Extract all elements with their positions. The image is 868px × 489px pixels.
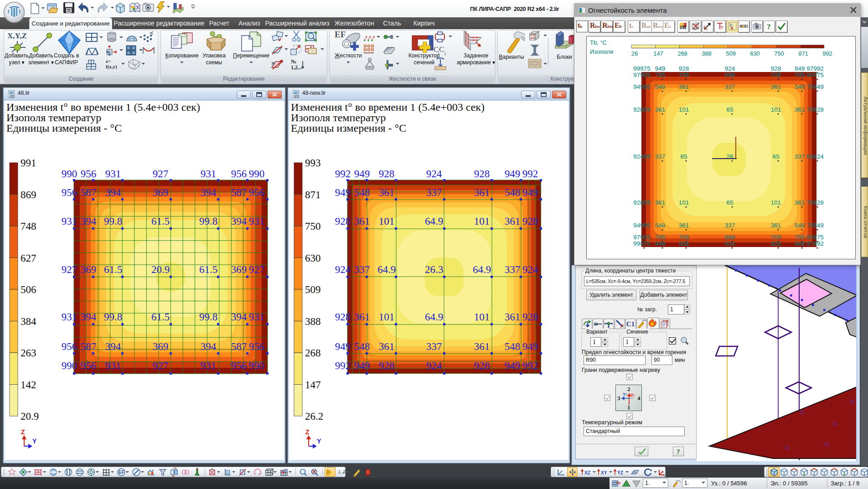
svg-text:361: 361 xyxy=(505,311,521,323)
svg-text:C1: C1 xyxy=(626,320,635,328)
svg-text:949: 949 xyxy=(655,65,666,72)
svg-text:XY: XY xyxy=(601,470,607,475)
svg-text:361: 361 xyxy=(474,187,490,198)
svg-text:394: 394 xyxy=(231,311,247,323)
svg-text:65: 65 xyxy=(726,106,733,113)
svg-text:924: 924 xyxy=(522,264,538,275)
svg-text:99.8: 99.8 xyxy=(199,311,217,323)
svg-text:928: 928 xyxy=(474,360,490,371)
svg-text:361: 361 xyxy=(795,199,805,206)
svg-text:928: 928 xyxy=(522,216,538,227)
svg-text:924: 924 xyxy=(725,240,735,247)
svg-text:949: 949 xyxy=(655,240,666,247)
svg-text:990: 990 xyxy=(62,168,78,180)
svg-text:394: 394 xyxy=(81,311,97,323)
svg-text:548: 548 xyxy=(354,341,370,352)
svg-text:369: 369 xyxy=(81,264,97,275)
svg-text:991: 991 xyxy=(21,157,36,169)
svg-text:1,2...: 1,2... xyxy=(291,64,302,71)
svg-text:394: 394 xyxy=(105,187,121,198)
svg-text:928: 928 xyxy=(771,65,781,72)
svg-text:931: 931 xyxy=(105,360,121,371)
svg-text:337: 337 xyxy=(505,264,521,275)
svg-text:361: 361 xyxy=(795,106,805,113)
svg-text:61.5: 61.5 xyxy=(199,264,217,275)
svg-text:506: 506 xyxy=(21,284,36,295)
svg-text:101: 101 xyxy=(771,199,781,206)
svg-text:949: 949 xyxy=(335,341,351,352)
svg-text:928: 928 xyxy=(771,240,781,247)
svg-text:92498: 92498 xyxy=(633,153,651,160)
svg-text:101: 101 xyxy=(771,106,781,113)
svg-text:263: 263 xyxy=(21,347,36,359)
svg-text:587: 587 xyxy=(231,187,247,198)
svg-text:931: 931 xyxy=(62,216,78,227)
svg-text:394: 394 xyxy=(201,187,217,198)
svg-text:927: 927 xyxy=(153,168,169,180)
svg-text:931: 931 xyxy=(249,216,265,227)
svg-text:361: 361 xyxy=(379,187,395,198)
svg-text:361: 361 xyxy=(655,106,666,113)
svg-text:548: 548 xyxy=(505,187,521,198)
svg-text:924: 924 xyxy=(725,65,735,72)
svg-text:64.9: 64.9 xyxy=(425,311,443,323)
svg-text:6: 6 xyxy=(731,26,733,31)
svg-text:337: 337 xyxy=(725,222,735,229)
svg-text:337: 337 xyxy=(795,153,805,160)
svg-text:361: 361 xyxy=(771,83,781,90)
svg-text:1: 1 xyxy=(627,404,630,411)
svg-text:99975: 99975 xyxy=(633,65,651,72)
svg-text:Z: Z xyxy=(305,428,310,436)
svg-text:361: 361 xyxy=(354,216,370,227)
svg-text:928: 928 xyxy=(379,360,395,371)
svg-text:99875: 99875 xyxy=(633,240,651,247)
svg-text:698: 698 xyxy=(725,234,735,241)
svg-text:924: 924 xyxy=(335,264,351,275)
svg-text:990: 990 xyxy=(249,360,265,371)
svg-text:92809: 92809 xyxy=(633,199,651,206)
svg-text:627: 627 xyxy=(21,252,36,264)
svg-text:992: 992 xyxy=(522,168,538,180)
svg-text:65: 65 xyxy=(726,199,733,206)
svg-text:361: 361 xyxy=(379,341,395,352)
svg-text:548: 548 xyxy=(655,222,666,229)
svg-text:Единицы измерения - °С: Единицы измерения - °С xyxy=(291,122,406,134)
svg-text:394: 394 xyxy=(81,216,97,227)
svg-text:EF: EF xyxy=(119,470,124,475)
svg-text:928: 928 xyxy=(379,168,395,180)
svg-text:L.: L. xyxy=(338,469,342,474)
svg-text:70928: 70928 xyxy=(806,199,824,206)
svg-text:XZ: XZ xyxy=(584,470,590,475)
svg-text:795: 795 xyxy=(795,72,805,78)
svg-text:YZ: YZ xyxy=(617,470,623,475)
svg-text:956: 956 xyxy=(249,341,265,352)
svg-text:871: 871 xyxy=(305,189,321,201)
svg-text:337: 337 xyxy=(426,341,442,352)
svg-text:26.3: 26.3 xyxy=(425,264,443,275)
svg-text:64.9: 64.9 xyxy=(425,216,443,227)
svg-text:61.5: 61.5 xyxy=(151,311,170,323)
svg-text:949: 949 xyxy=(505,360,521,371)
svg-text:94995: 94995 xyxy=(633,222,651,229)
svg-text:394: 394 xyxy=(231,216,247,227)
svg-text:Z: Z xyxy=(21,428,25,436)
svg-text:394: 394 xyxy=(201,341,217,352)
svg-text:4: 4 xyxy=(637,395,641,401)
svg-text:394: 394 xyxy=(105,341,121,352)
svg-text:64.9: 64.9 xyxy=(377,264,396,275)
svg-text:928: 928 xyxy=(522,311,538,323)
svg-text:956: 956 xyxy=(62,187,78,198)
svg-text:26.2: 26.2 xyxy=(305,411,323,422)
svg-text:956: 956 xyxy=(81,168,97,180)
svg-text:795: 795 xyxy=(795,234,805,241)
svg-text:956: 956 xyxy=(231,168,247,180)
svg-text:97905: 97905 xyxy=(633,234,651,241)
svg-text:61.5: 61.5 xyxy=(104,264,122,275)
svg-text:X/Y: X/Y xyxy=(693,27,699,31)
svg-text:101: 101 xyxy=(679,199,689,206)
svg-text:Единицы измерения - °С: Единицы измерения - °С xyxy=(6,122,122,134)
svg-text:70928: 70928 xyxy=(806,106,824,113)
svg-text:2: 2 xyxy=(627,386,630,392)
svg-text:949: 949 xyxy=(522,341,538,352)
svg-text:361: 361 xyxy=(655,199,666,206)
